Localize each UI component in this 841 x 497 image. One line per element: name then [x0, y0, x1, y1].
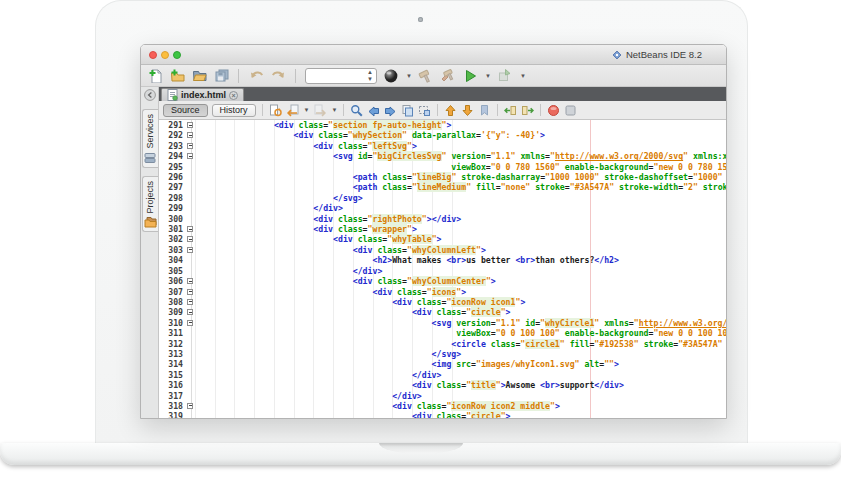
line-number[interactable]: 308: [159, 297, 187, 307]
line-number[interactable]: 296: [159, 172, 187, 182]
fold-margin[interactable]: [187, 141, 195, 151]
line-number[interactable]: 295: [159, 162, 187, 172]
code-line[interactable]: 303 <div class="whyColumnLeft">: [159, 245, 726, 255]
line-number[interactable]: 292: [159, 130, 187, 140]
line-number[interactable]: 315: [159, 370, 187, 380]
line-number[interactable]: 297: [159, 182, 187, 192]
code-line[interactable]: 306 <div class="whyColumnCenter">: [159, 276, 726, 286]
fold-collapse-icon[interactable]: [187, 299, 193, 305]
forward-caret-icon[interactable]: ▼: [332, 107, 338, 113]
next-bookmark-button[interactable]: [461, 104, 474, 117]
line-number[interactable]: 303: [159, 245, 187, 255]
browser-select-caret-icon[interactable]: ▼: [406, 73, 412, 79]
code-line[interactable]: 293 <div class="leftSvg">: [159, 141, 726, 151]
fold-collapse-icon[interactable]: [187, 403, 193, 409]
code-line[interactable]: 314 <img src="images/whyIcon1.svg" alt="…: [159, 359, 726, 369]
line-number[interactable]: 311: [159, 328, 187, 338]
fold-collapse-icon[interactable]: [187, 278, 193, 284]
undo-button[interactable]: [248, 68, 264, 84]
code-line[interactable]: 301 <div class="wrapper">: [159, 224, 726, 234]
tab-close-icon[interactable]: ×: [229, 91, 238, 100]
zoom-window-button[interactable]: [173, 51, 181, 59]
minimize-window-button[interactable]: [161, 51, 169, 59]
code-line[interactable]: 302 <div class="whyTable">: [159, 234, 726, 244]
back-caret-icon[interactable]: ▼: [304, 107, 310, 113]
code-line[interactable]: 305 </div>: [159, 266, 726, 276]
redo-button[interactable]: [270, 68, 286, 84]
code-line[interactable]: 317 </div>: [159, 391, 726, 401]
fold-collapse-icon[interactable]: [187, 289, 193, 295]
line-number[interactable]: 307: [159, 287, 187, 297]
code-line[interactable]: 315 </div>: [159, 370, 726, 380]
shift-line-right-button[interactable]: [521, 104, 534, 117]
line-number[interactable]: 300: [159, 214, 187, 224]
line-number[interactable]: 309: [159, 307, 187, 317]
line-number[interactable]: 310: [159, 318, 187, 328]
new-project-button[interactable]: [169, 68, 185, 84]
line-number[interactable]: 291: [159, 120, 187, 130]
code-line[interactable]: 312 <circle class="circle1" fill="#19253…: [159, 339, 726, 349]
line-number[interactable]: 316: [159, 380, 187, 390]
code-line[interactable]: 300 <div class="rightPhoto"></div>: [159, 214, 726, 224]
code-line[interactable]: 310 <svg version="1.1" id="whyCircle1" x…: [159, 318, 726, 328]
code-line[interactable]: 299 </div>: [159, 203, 726, 213]
fold-collapse-icon[interactable]: [187, 236, 193, 242]
fold-collapse-icon[interactable]: [187, 132, 193, 138]
fold-margin[interactable]: [187, 401, 195, 411]
code-line[interactable]: 307 <div class="icons">: [159, 287, 726, 297]
code-line[interactable]: 296 <path class="lineBig" stroke-dasharr…: [159, 172, 726, 182]
fold-collapse-icon[interactable]: [187, 226, 193, 232]
code-line[interactable]: 291 <div class="section fp-auto-height">: [159, 120, 726, 130]
line-number[interactable]: 293: [159, 141, 187, 151]
fold-collapse-icon[interactable]: [187, 309, 193, 315]
code-line[interactable]: 318 <div class="iconRow icon2 middle">: [159, 401, 726, 411]
code-line[interactable]: 308 <div class="iconRow icon1">: [159, 297, 726, 307]
fold-margin[interactable]: [187, 151, 195, 161]
source-view-button[interactable]: Source: [163, 104, 208, 117]
line-number[interactable]: 317: [159, 391, 187, 401]
code-line[interactable]: 294 <svg id="bigCirclesSvg" version="1.1…: [159, 151, 726, 161]
fold-margin[interactable]: [187, 276, 195, 286]
save-all-button[interactable]: [213, 68, 229, 84]
line-number[interactable]: 306: [159, 276, 187, 286]
close-window-button[interactable]: [149, 51, 157, 59]
line-number[interactable]: 299: [159, 203, 187, 213]
line-number[interactable]: 319: [159, 411, 187, 418]
code-line[interactable]: 319 <div class="circle">: [159, 411, 726, 418]
code-line[interactable]: 316 <div class="title">Awsome <br>suppor…: [159, 380, 726, 390]
tab-index-html[interactable]: index.html ×: [161, 88, 244, 101]
code-area[interactable]: 291 <div class="section fp-auto-height">…: [159, 120, 726, 418]
line-number[interactable]: 298: [159, 193, 187, 203]
clean-and-build-button[interactable]: [440, 68, 456, 84]
run-caret-icon[interactable]: ▼: [485, 73, 491, 79]
fold-collapse-icon[interactable]: [187, 247, 193, 253]
browser-select-button[interactable]: [383, 68, 399, 84]
code-line[interactable]: 311 viewBox="0 0 100 100" enable-backgro…: [159, 328, 726, 338]
debug-caret-icon[interactable]: ▼: [520, 73, 526, 79]
code-line[interactable]: 292 <div class="whySection" data-paralla…: [159, 130, 726, 140]
fold-margin[interactable]: [187, 120, 195, 130]
fold-collapse-icon[interactable]: [187, 143, 193, 149]
configuration-combobox[interactable]: ▲▼: [305, 68, 377, 84]
toggle-bookmark-button[interactable]: [478, 104, 491, 117]
line-number[interactable]: 314: [159, 359, 187, 369]
shift-line-left-button[interactable]: [504, 104, 517, 117]
code-line[interactable]: 313 </svg>: [159, 349, 726, 359]
fold-margin[interactable]: [187, 318, 195, 328]
sidebar-tab-services[interactable]: Services: [142, 109, 158, 168]
find-selection-button[interactable]: [401, 104, 414, 117]
code-line[interactable]: 298 </svg>: [159, 193, 726, 203]
line-number[interactable]: 318: [159, 401, 187, 411]
fold-margin[interactable]: [187, 297, 195, 307]
forward-button[interactable]: [314, 104, 327, 117]
source-editor[interactable]: 291 <div class="section fp-auto-height">…: [159, 120, 726, 418]
line-number[interactable]: 304: [159, 255, 187, 265]
line-number[interactable]: 302: [159, 234, 187, 244]
fold-margin[interactable]: [187, 245, 195, 255]
line-number[interactable]: 305: [159, 266, 187, 276]
previous-bookmark-button[interactable]: [444, 104, 457, 117]
fold-collapse-icon[interactable]: [187, 122, 193, 128]
run-project-button[interactable]: [462, 68, 478, 84]
rectangular-selection-button[interactable]: [418, 104, 431, 117]
code-line[interactable]: 309 <div class="circle">: [159, 307, 726, 317]
